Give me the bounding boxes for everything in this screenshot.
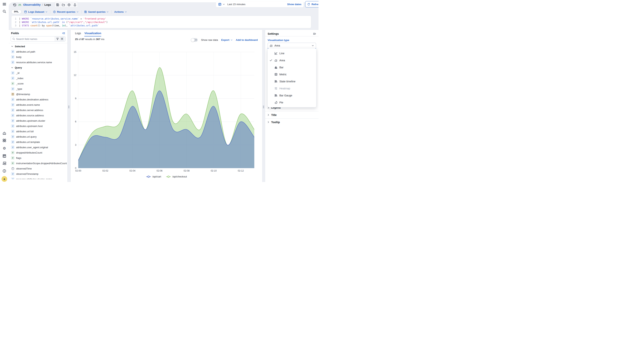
nav-search-button[interactable] (2, 9, 7, 14)
viz-option-bar-gauge[interactable]: Bar Gauge (268, 92, 316, 99)
new-button[interactable] (66, 2, 72, 8)
legend-series-label: /api/cart (152, 175, 161, 178)
field-list-item[interactable]: tattributes.source.address (9, 113, 67, 118)
add-to-dashboard-button[interactable]: Add to dashboard (236, 38, 258, 41)
viz-option-state-timeline[interactable]: State timeline (268, 78, 316, 85)
dataset-selector[interactable]: Logs Dataset (24, 10, 48, 13)
tab-logs[interactable]: Logs (75, 32, 81, 36)
field-section-header[interactable]: Query (9, 65, 67, 70)
line-number: 2 (12, 20, 16, 24)
avatar[interactable]: a (2, 176, 7, 182)
chevron-right-icon (267, 114, 269, 116)
field-list-item[interactable]: tresource.attributes.cluster_name (9, 176, 67, 179)
svg-text:15: 15 (74, 51, 76, 53)
breadcrumb-observability-link[interactable]: Observability (23, 3, 41, 6)
share-button[interactable] (72, 2, 78, 8)
field-name: @timestamp (16, 93, 30, 96)
field-search-input[interactable] (16, 38, 55, 40)
area-chart[interactable]: 02:0002:0202:0402:0602:0802:1002:1203691… (72, 48, 259, 174)
field-list-item[interactable]: tattributes.url.template (9, 139, 67, 144)
field-list-item[interactable]: @timestamp (9, 92, 67, 97)
field-filter[interactable]: 0 (55, 36, 65, 41)
field-name: attributes.upstream.cluster (16, 119, 45, 122)
field-list-item[interactable]: #instrumentationScope.droppedAttributesC… (9, 160, 67, 166)
field-type-string-badge: t (11, 108, 15, 112)
collapse-panel-left-icon[interactable] (62, 32, 65, 35)
visualization-type-select[interactable]: Area (268, 43, 316, 48)
field-type-number-badge: # (11, 162, 15, 165)
field-list-item[interactable]: tattributes.user_agent.original (9, 144, 67, 150)
collapse-panel-right-icon[interactable] (313, 32, 316, 35)
section-title[interactable]: Title (265, 111, 318, 118)
apps-button[interactable] (2, 138, 7, 143)
field-name: _index (16, 77, 23, 80)
field-list-item[interactable]: tresource.attributes.service.name (9, 60, 67, 65)
query-line[interactable]: 2| WHERE `attributes.url.path` in ("/api… (12, 20, 311, 24)
save-icon (56, 3, 59, 6)
query-line[interactable]: 3| STATS count() by span(time, 1m), `att… (12, 24, 311, 27)
legend-item[interactable]: /api/cart (146, 175, 161, 178)
fields-resize-handle[interactable] (68, 106, 69, 108)
fields-panel-title: Fields (11, 32, 19, 35)
show-dates-button[interactable]: Show dates (287, 3, 301, 6)
saved-queries-menu[interactable]: Saved queries (84, 10, 109, 13)
field-list-item[interactable]: tattributes.server.address (9, 108, 67, 113)
save-icon (84, 10, 87, 13)
history-icon[interactable] (13, 3, 17, 7)
section-tooltip[interactable]: Tooltip (265, 118, 318, 126)
viz-option-bar[interactable]: Bar (268, 64, 316, 71)
save-button[interactable] (55, 2, 61, 8)
field-list-item[interactable]: observedTime (9, 166, 67, 171)
help-button[interactable] (2, 169, 7, 173)
field-list-item[interactable]: tattributes.upstream.host (9, 123, 67, 129)
viz-option-metric[interactable]: Metric (268, 71, 316, 78)
field-search: 0 (11, 36, 66, 42)
field-list-item[interactable]: t_id (9, 70, 67, 76)
add-panel-button[interactable] (2, 161, 7, 166)
field-list-item[interactable]: tattributes.event.name (9, 102, 67, 108)
line-number: 1 (12, 17, 16, 20)
menu-button[interactable] (2, 2, 7, 6)
add-data-icon (3, 161, 6, 165)
field-list-item[interactable]: t_index (9, 76, 67, 81)
viz-option-pie[interactable]: Pie (268, 99, 316, 106)
home-button[interactable] (2, 131, 7, 136)
field-list-item[interactable]: tobservedTimestamp (9, 171, 67, 176)
field-list-item[interactable]: #_score (9, 81, 67, 86)
show-raw-data-toggle[interactable]: ✕ (191, 38, 198, 42)
field-list-item[interactable]: tattributes.url.full (9, 129, 67, 134)
field-list-item[interactable]: tattributes.upstream.cluster (9, 118, 67, 123)
viz-option-area[interactable]: Area (268, 57, 316, 64)
query-language-badge[interactable]: PPL (11, 10, 22, 14)
open-button[interactable] (61, 2, 66, 8)
dev-tools-button[interactable] (2, 154, 7, 158)
toggle-off-x-icon: ✕ (195, 39, 197, 41)
time-range-value[interactable]: Last 15 minutes (227, 3, 245, 6)
query-editor[interactable]: 1| WHERE `resource.attributes.service.na… (11, 16, 311, 28)
field-list-item[interactable]: tattributes.url.query (9, 134, 67, 139)
field-list-item[interactable]: tbody (9, 54, 67, 60)
chevron-down-icon (11, 66, 13, 69)
time-range-picker[interactable]: Last 15 minutes Show dates (216, 1, 304, 7)
legend-item[interactable]: /api/checkout (166, 175, 187, 178)
field-name: attributes.url.query (16, 135, 37, 138)
field-list-item[interactable]: tattributes.destination.address (9, 97, 67, 102)
field-list-item[interactable]: #flags (9, 155, 67, 160)
field-list-item[interactable]: tattributes.url.path (9, 49, 67, 54)
hamburger-icon (3, 2, 6, 6)
actions-menu[interactable]: Actions (114, 10, 127, 13)
field-list-item[interactable]: t_type (9, 86, 67, 92)
field-type-string-badge: t (11, 87, 15, 90)
settings-resize-handle[interactable] (263, 106, 264, 108)
export-button[interactable]: Export (221, 38, 233, 41)
field-list-item[interactable]: #droppedAttributesCount (9, 150, 67, 155)
result-tabs: Logs Visualization (71, 30, 262, 36)
settings-button[interactable]: ⚙ (2, 146, 7, 150)
tab-visualization[interactable]: Visualization (84, 32, 101, 36)
recent-queries-menu[interactable]: Recent queries (53, 10, 79, 13)
viz-option-line[interactable]: Line (268, 50, 316, 57)
refresh-button[interactable]: Refresh (305, 1, 318, 8)
field-section-header[interactable]: Selected (9, 44, 67, 49)
export-icon (73, 3, 77, 6)
query-line[interactable]: 1| WHERE `resource.attributes.service.na… (12, 17, 311, 20)
